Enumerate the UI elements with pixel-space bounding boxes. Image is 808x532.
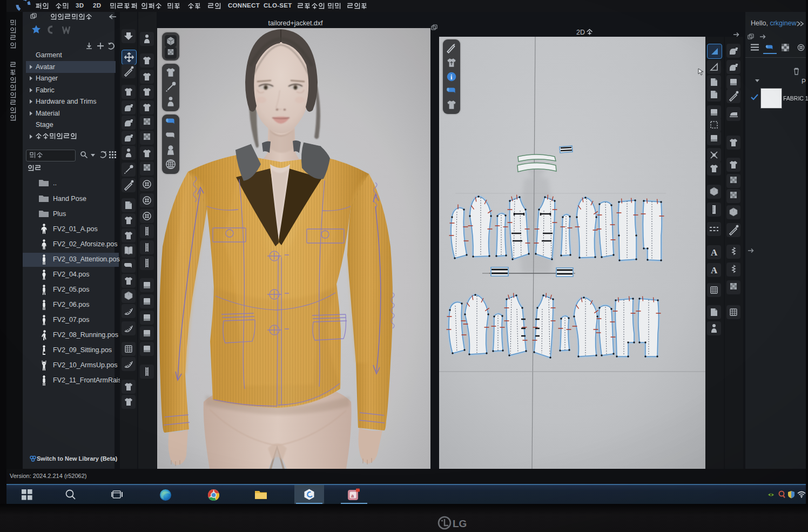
svg-text:i: i xyxy=(450,73,453,81)
svg-text:LG: LG xyxy=(453,518,467,529)
